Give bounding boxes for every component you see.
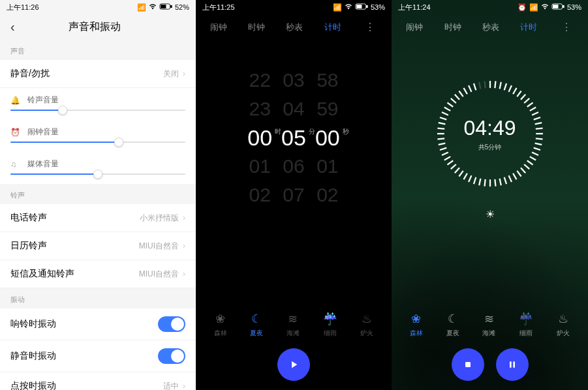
fire-icon: ♨: [362, 312, 372, 326]
battery-pct: 52%: [175, 3, 189, 11]
svg-rect-5: [356, 5, 362, 8]
svg-rect-71: [513, 361, 515, 367]
header: ‹ 声音和振动: [0, 14, 196, 40]
tabbar: 闹钟 时钟 秒表 计时 ⋮: [196, 14, 392, 40]
mode-rain[interactable]: ☔细雨: [323, 312, 337, 338]
status-time: 上午11:25: [202, 3, 235, 12]
alarm-indicator-icon: ⏰: [518, 3, 527, 12]
slider-ring: 🔔铃声音量: [0, 88, 196, 120]
tab-timer[interactable]: 计时: [520, 22, 537, 33]
status-time: 上午11:24: [398, 3, 431, 12]
chevron-right-icon: ›: [183, 69, 185, 78]
timer-total: 共5分钟: [478, 143, 502, 152]
chevron-right-icon: ›: [183, 213, 185, 222]
alarm-slider[interactable]: [10, 142, 185, 143]
ring-slider[interactable]: [10, 110, 185, 111]
statusbar: 上午11:24 ⏰ 📶 53%: [392, 0, 588, 14]
timer-display: 04:49: [463, 116, 516, 140]
row-calendar-ring[interactable]: 日历铃声 MIUI自然音 ›: [0, 232, 196, 260]
alarm-icon: ⏰: [10, 128, 21, 137]
mode-moon[interactable]: ☾夏夜: [446, 312, 459, 338]
play-button[interactable]: [277, 348, 310, 381]
tab-clock[interactable]: 时钟: [444, 22, 461, 33]
leaf-icon: ❀: [215, 312, 225, 326]
tabbar: 闹钟 时钟 秒表 计时 ⋮: [392, 14, 588, 40]
mode-fire[interactable]: ♨炉火: [557, 312, 570, 338]
media-slider[interactable]: [10, 173, 185, 175]
statusbar: 上午11:26 📶 52%: [0, 0, 196, 14]
page-title: 声音和振动: [1, 20, 189, 34]
battery-icon: [551, 3, 565, 11]
stop-button[interactable]: [452, 348, 484, 381]
signal-icon: 📶: [333, 3, 342, 12]
mode-moon[interactable]: ☾夏夜: [250, 312, 263, 338]
tab-alarm[interactable]: 闹钟: [210, 22, 227, 33]
tab-clock[interactable]: 时钟: [248, 22, 265, 33]
svg-rect-4: [366, 5, 367, 7]
timer-running-panel: 上午11:24 ⏰ 📶 53% 闹钟 时钟 秒表 计时 ⋮ 04:49 共5分钟…: [392, 0, 588, 390]
switch-vib-silent[interactable]: [158, 348, 185, 364]
moon-icon: ☾: [448, 312, 458, 326]
mode-bar: ❀森林☾夏夜≋海滩☔细雨♨炉火: [196, 312, 392, 338]
mode-wave[interactable]: ≋海滩: [482, 312, 495, 338]
section-vibrate: 振动: [0, 288, 196, 308]
mode-wave[interactable]: ≋海滩: [286, 312, 300, 338]
row-dnd[interactable]: 静音/勿扰 关闭 ›: [0, 60, 196, 88]
status-right: 📶 52%: [137, 3, 189, 12]
picker-minutes: 03 04 05分 06 07: [281, 66, 306, 209]
battery-icon: [355, 3, 368, 11]
dial: 04:49 共5分钟 ☀: [392, 75, 588, 220]
pause-button[interactable]: [496, 348, 529, 381]
battery-icon: [159, 3, 172, 11]
picker-seconds: 58 59 00秒 01 02: [315, 66, 340, 209]
row-vib-ring: 响铃时振动: [0, 308, 196, 340]
wave-icon: ≋: [484, 312, 494, 326]
svg-rect-8: [553, 5, 558, 8]
settings-panel: 上午11:26 📶 52% ‹ 声音和振动 声音 静音/勿扰 关闭 › 🔔铃声音…: [0, 0, 196, 390]
svg-rect-7: [563, 5, 564, 7]
tab-stopwatch[interactable]: 秒表: [482, 22, 499, 33]
status-time: 上午11:26: [7, 3, 39, 12]
battery-pct: 53%: [567, 3, 581, 11]
leaf-icon: ❀: [411, 312, 421, 326]
mode-rain[interactable]: ☔细雨: [519, 312, 533, 338]
mode-bar: ❀森林☾夏夜≋海滩☔细雨♨炉火: [392, 312, 588, 338]
row-sms-ring[interactable]: 短信及通知铃声 MIUI自然音 ›: [0, 260, 196, 288]
wifi-icon: [541, 3, 549, 12]
mode-fire[interactable]: ♨炉火: [360, 312, 373, 338]
switch-vib-ring[interactable]: [158, 316, 185, 332]
mode-leaf[interactable]: ❀森林: [214, 312, 227, 338]
statusbar: 上午11:25 📶 53%: [196, 0, 392, 14]
timer-panel: 上午11:25 📶 53% 闹钟 时钟 秒表 计时 ⋮ 22 23 00时 01…: [196, 0, 392, 390]
signal-icon: 📶: [529, 3, 538, 12]
tab-stopwatch[interactable]: 秒表: [286, 22, 303, 33]
row-phone-ring[interactable]: 电话铃声 小米抒情版 ›: [0, 204, 196, 232]
svg-rect-2: [161, 5, 166, 8]
brightness-icon[interactable]: ☀: [486, 208, 495, 220]
svg-rect-1: [170, 5, 172, 7]
fire-icon: ♨: [558, 312, 568, 326]
wifi-icon: [149, 3, 157, 12]
row-vib-tap[interactable]: 点按时振动 适中 ›: [0, 372, 196, 390]
section-sound: 声音: [0, 40, 196, 60]
status-right: ⏰ 📶 53%: [518, 3, 581, 12]
more-icon[interactable]: ⋮: [559, 21, 574, 33]
wave-icon: ≋: [288, 312, 298, 326]
time-picker[interactable]: 22 23 00时 01 02 03 04 05分 06 07 58 59 00…: [196, 66, 392, 209]
signal-icon: 📶: [137, 3, 146, 12]
moon-icon: ☾: [251, 312, 262, 326]
control-buttons: [452, 348, 529, 381]
chevron-right-icon: ›: [183, 269, 185, 278]
status-right: 📶 53%: [333, 3, 385, 12]
tab-timer[interactable]: 计时: [324, 22, 341, 33]
rain-icon: ☔: [519, 312, 533, 326]
slider-media: ♫媒体音量: [0, 152, 196, 184]
note-icon: ♫: [10, 160, 21, 169]
chevron-right-icon: ›: [183, 241, 185, 250]
tab-alarm[interactable]: 闹钟: [406, 22, 423, 33]
mode-leaf[interactable]: ❀森林: [410, 312, 423, 338]
more-icon[interactable]: ⋮: [362, 21, 377, 33]
battery-pct: 53%: [371, 3, 385, 11]
row-vib-silent: 静音时振动: [0, 340, 196, 372]
bell-icon: 🔔: [10, 96, 21, 105]
